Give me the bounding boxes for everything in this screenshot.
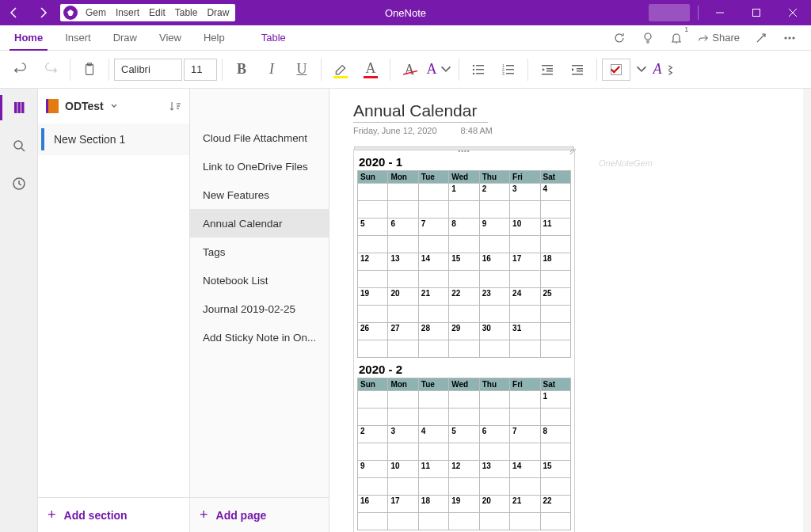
calendar-cell[interactable]: 14 — [510, 461, 540, 478]
calendar-cell-body[interactable] — [449, 201, 479, 218]
paste-button[interactable] — [75, 55, 104, 84]
calendar-cell[interactable]: 19 — [358, 288, 388, 306]
calendar-cell[interactable]: 9 — [479, 218, 509, 236]
tab-help[interactable]: Help — [192, 25, 236, 51]
calendar-cell-body[interactable] — [540, 236, 570, 253]
calendar-cell[interactable]: 1 — [540, 391, 570, 408]
tab-home[interactable]: Home — [3, 25, 54, 51]
calendar-cell-body[interactable] — [418, 306, 448, 323]
calendar-cell[interactable]: 20 — [388, 288, 418, 306]
calendar-cell-body[interactable] — [388, 236, 418, 253]
calendar-cell[interactable]: 16 — [479, 253, 509, 271]
calendar-cell[interactable]: 24 — [510, 288, 540, 306]
calendar-cell[interactable]: 13 — [479, 461, 509, 478]
calendar-cell-body[interactable] — [358, 443, 388, 461]
page-item[interactable]: Annual Calendar — [190, 209, 329, 238]
calendar-cell-body[interactable] — [418, 513, 448, 530]
qa-item-draw[interactable]: Draw — [202, 7, 234, 18]
outdent-button[interactable] — [533, 55, 562, 84]
calendar-cell[interactable]: 18 — [418, 496, 448, 513]
calendar-cell-body[interactable] — [449, 443, 479, 461]
calendar-cell[interactable]: 4 — [418, 426, 448, 443]
qa-item-insert[interactable]: Insert — [111, 7, 144, 18]
redo-button[interactable] — [36, 55, 65, 84]
calendar-cell-body[interactable] — [479, 513, 509, 530]
calendar-cell[interactable]: 11 — [418, 461, 448, 478]
calendar-cell[interactable]: 26 — [358, 323, 388, 340]
calendar-cell[interactable]: 10 — [510, 218, 540, 236]
notebook-selector[interactable]: ODTest — [38, 89, 189, 124]
calendar-cell-body[interactable] — [449, 478, 479, 496]
calendar-cell[interactable]: 11 — [540, 218, 570, 236]
calendar-cell-body[interactable] — [358, 478, 388, 496]
font-color-button[interactable]: A — [356, 55, 385, 84]
nav-forward-button[interactable] — [29, 0, 57, 25]
calendar-cell-body[interactable] — [358, 513, 388, 530]
calendar-cell[interactable]: 13 — [388, 253, 418, 271]
calendar-cell-body[interactable] — [418, 340, 448, 358]
font-size-select[interactable]: 11 — [184, 59, 217, 81]
calendar-cell[interactable]: 31 — [510, 323, 540, 340]
indent-button[interactable] — [563, 55, 592, 84]
page-item[interactable]: Notebook List — [190, 266, 329, 294]
todo-dropdown[interactable] — [632, 55, 649, 84]
calendar-cell-body[interactable] — [510, 306, 540, 323]
calendar-cell-body[interactable] — [388, 513, 418, 530]
calendar-cell-body[interactable] — [418, 408, 448, 426]
calendar-cell-body[interactable] — [540, 478, 570, 496]
calendar-cell-body[interactable] — [418, 271, 448, 288]
calendar-cell-body[interactable] — [479, 340, 509, 358]
calendar-cell-body[interactable] — [510, 408, 540, 426]
calendar-cell-body[interactable] — [449, 513, 479, 530]
calendar-cell[interactable]: 10 — [388, 461, 418, 478]
page-item[interactable]: New Features — [190, 180, 329, 209]
user-account[interactable] — [649, 4, 690, 21]
fullscreen-icon[interactable] — [748, 27, 775, 49]
tab-table[interactable]: Table — [250, 25, 297, 51]
clear-formatting-button[interactable]: A — [395, 55, 424, 84]
calendar-cell[interactable]: 6 — [479, 426, 509, 443]
page-item[interactable]: Journal 2019-02-25 — [190, 294, 329, 323]
calendar-cell[interactable]: 6 — [388, 218, 418, 236]
calendar-cell[interactable]: 22 — [449, 288, 479, 306]
calendar-table[interactable]: SunMonTueWedThuFriSat1234567891011121314… — [357, 378, 571, 530]
page-item[interactable]: Add Sticky Note in On... — [190, 323, 329, 352]
page-item[interactable]: Link to OneDrive Files — [190, 152, 329, 180]
bold-button[interactable]: B — [227, 55, 256, 84]
calendar-cell-body[interactable] — [358, 271, 388, 288]
calendar-cell-body[interactable] — [510, 513, 540, 530]
calendar-cell[interactable] — [418, 391, 448, 408]
page-item[interactable]: Tags — [190, 238, 329, 266]
calendar-cell[interactable] — [358, 184, 388, 201]
calendar-cell-body[interactable] — [510, 478, 540, 496]
undo-button[interactable] — [6, 55, 35, 84]
tab-insert[interactable]: Insert — [54, 25, 102, 51]
vertical-scrollbar[interactable] — [803, 89, 811, 532]
calendar-cell-body[interactable] — [449, 271, 479, 288]
calendar-cell-body[interactable] — [479, 408, 509, 426]
calendar-cell[interactable]: 15 — [540, 461, 570, 478]
rail-notebooks-icon[interactable] — [0, 90, 38, 125]
calendar-cell-body[interactable] — [388, 443, 418, 461]
calendar-cell[interactable]: 8 — [449, 218, 479, 236]
rail-recent-icon[interactable] — [0, 166, 38, 201]
calendar-cell-body[interactable] — [358, 201, 388, 218]
calendar-cell[interactable]: 4 — [540, 184, 570, 201]
window-minimize-button[interactable] — [702, 0, 738, 25]
calendar-cell-body[interactable] — [510, 236, 540, 253]
calendar-cell[interactable] — [449, 391, 479, 408]
calendar-cell-body[interactable] — [449, 408, 479, 426]
calendar-cell[interactable]: 21 — [510, 496, 540, 513]
calendar-cell-body[interactable] — [358, 236, 388, 253]
sync-icon[interactable] — [606, 27, 633, 49]
page-item[interactable]: Cloud File Attachment — [190, 124, 329, 152]
calendar-cell[interactable] — [479, 391, 509, 408]
calendar-cell[interactable]: 1 — [449, 184, 479, 201]
calendar-cell-body[interactable] — [479, 201, 509, 218]
calendar-cell-body[interactable] — [449, 306, 479, 323]
calendar-cell[interactable]: 17 — [510, 253, 540, 271]
calendar-cell[interactable]: 25 — [540, 288, 570, 306]
calendar-cell-body[interactable] — [540, 408, 570, 426]
calendar-cell-body[interactable] — [358, 340, 388, 358]
calendar-cell-body[interactable] — [479, 478, 509, 496]
